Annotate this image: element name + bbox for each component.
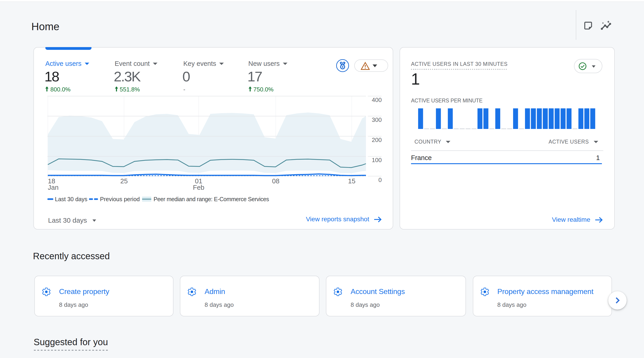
svg-text:300: 300: [372, 116, 382, 123]
svg-text:Jan: Jan: [48, 184, 58, 191]
svg-text:Last 30 days: Last 30 days: [55, 196, 87, 202]
svg-text:08: 08: [272, 178, 279, 185]
svg-text:Peer median and range: E-Comme: Peer median and range: E-Commerce Servic…: [153, 196, 269, 202]
svg-text:0: 0: [378, 177, 382, 183]
svg-text:400: 400: [372, 96, 382, 103]
svg-text:Feb: Feb: [193, 184, 204, 191]
svg-text:100: 100: [372, 157, 382, 164]
svg-text:25: 25: [120, 178, 128, 185]
svg-text:200: 200: [372, 137, 382, 143]
svg-text:15: 15: [348, 178, 355, 185]
svg-text:Previous period: Previous period: [100, 196, 140, 202]
